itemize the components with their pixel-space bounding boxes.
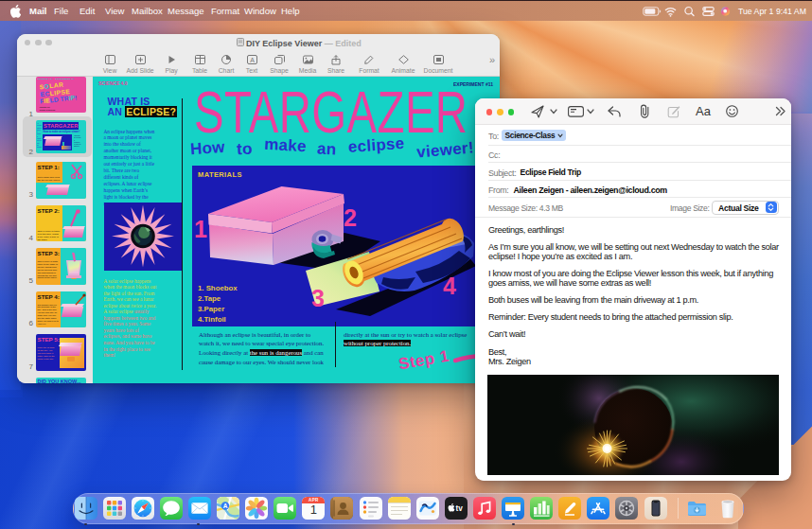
svg-text:2: 2 bbox=[344, 204, 357, 231]
svg-text:4: 4 bbox=[443, 273, 456, 299]
svg-text:A: A bbox=[223, 503, 228, 509]
svg-text:3: 3 bbox=[311, 285, 325, 311]
svg-text:1. Shoebox: 1. Shoebox bbox=[198, 284, 238, 292]
svg-text:MATERIALS: MATERIALS bbox=[198, 170, 242, 179]
svg-text:1: 1 bbox=[194, 216, 207, 242]
svg-text:A: A bbox=[250, 57, 255, 63]
svg-text:2.Tape: 2.Tape bbox=[198, 294, 221, 303]
svg-text:4.Tinfoil: 4.Tinfoil bbox=[198, 315, 226, 324]
svg-text:tv: tv bbox=[455, 503, 463, 512]
svg-text:3.Paper: 3.Paper bbox=[198, 305, 224, 313]
